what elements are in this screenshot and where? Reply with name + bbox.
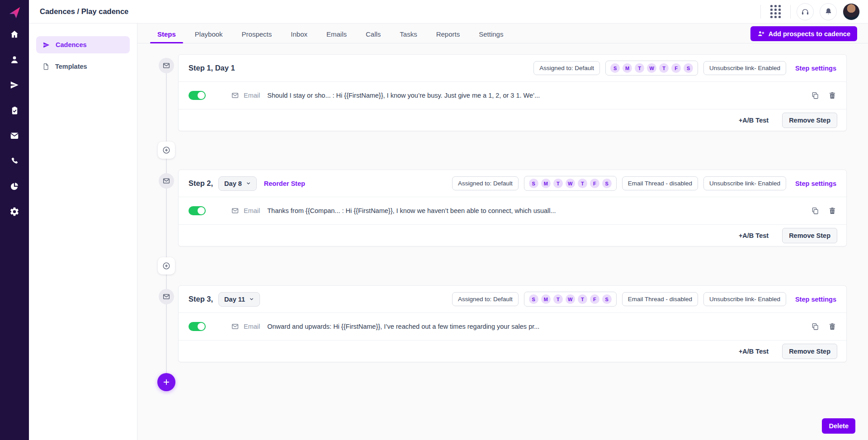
day-chip[interactable]: T — [553, 179, 563, 188]
send-icon — [9, 80, 19, 90]
nav-reports[interactable] — [0, 174, 29, 199]
step-settings-link[interactable]: Step settings — [795, 296, 836, 303]
nav-calls[interactable] — [0, 148, 29, 174]
step-settings-link[interactable]: Step settings — [795, 180, 836, 187]
tasks-clipboard-icon — [10, 106, 19, 115]
nav-contacts[interactable] — [0, 47, 29, 72]
mail-icon — [9, 131, 19, 141]
day-dropdown[interactable]: Day 11 — [218, 292, 260, 307]
day-chip[interactable]: W — [647, 63, 656, 73]
day-chip[interactable]: S — [610, 63, 620, 73]
ab-test-button[interactable]: +A/B Test — [739, 232, 769, 239]
step-header: Step 1, Day 1 Assigned to: Default S M T… — [179, 55, 846, 82]
email-enabled-toggle[interactable] — [189, 206, 206, 215]
email-preview[interactable]: Onward and upwards: Hi {{FirstName}}, I’… — [267, 323, 539, 330]
delete-cadence-button[interactable]: Delete — [822, 418, 855, 434]
avatar[interactable] — [843, 3, 860, 20]
remove-step-button[interactable]: Remove Step — [782, 113, 837, 128]
nav-mail[interactable] — [0, 123, 29, 148]
day-chip[interactable]: M — [541, 294, 551, 304]
headphones-button[interactable] — [797, 3, 814, 20]
step-connector-line — [166, 62, 167, 382]
day-chip[interactable]: S — [529, 294, 538, 304]
step-settings-link[interactable]: Step settings — [795, 65, 836, 72]
email-thread-badge: Email Thread - disabled — [622, 292, 698, 306]
day-chip[interactable]: S — [684, 63, 693, 73]
day-chip[interactable]: T — [659, 63, 669, 73]
day-chip[interactable]: T — [635, 63, 644, 73]
add-prospects-button[interactable]: Add prospects to cadence — [750, 26, 857, 41]
dialpad-icon[interactable] — [767, 5, 784, 18]
app-logo[interactable] — [5, 4, 24, 22]
sidebar-item-templates[interactable]: Templates — [36, 58, 130, 75]
day-dropdown[interactable]: Day 8 — [218, 176, 257, 191]
email-preview[interactable]: Thanks from {{Compan... : Hi {{FirstName… — [267, 207, 556, 214]
day-chip[interactable]: S — [602, 294, 612, 304]
email-enabled-toggle[interactable] — [189, 322, 206, 331]
day-chip[interactable]: T — [578, 294, 587, 304]
mail-icon — [231, 322, 239, 331]
notifications-button[interactable] — [820, 3, 837, 20]
day-chip[interactable]: F — [590, 294, 599, 304]
insert-step-button[interactable] — [158, 257, 175, 274]
phone-icon — [10, 156, 19, 166]
breadcrumb[interactable]: Cadences / Play cadence — [40, 7, 128, 16]
send-icon — [42, 41, 50, 49]
app-icon-rail — [0, 0, 29, 440]
ab-test-button[interactable]: +A/B Test — [739, 117, 769, 124]
step-header: Step 3, Day 11 Assigned to: Default S M … — [179, 286, 846, 313]
step-card: Step 1, Day 1 Assigned to: Default S M T… — [178, 54, 847, 131]
mail-icon — [231, 91, 239, 99]
tab-inbox[interactable]: Inbox — [290, 25, 308, 43]
day-chip[interactable]: M — [541, 179, 551, 188]
step-header: Step 2, Day 8 Reorder Step Assigned to: … — [179, 170, 846, 197]
tab-emails[interactable]: Emails — [326, 25, 348, 43]
divider — [760, 5, 761, 19]
day-chip[interactable]: W — [566, 294, 575, 304]
assigned-badge: Assigned to: Default — [533, 61, 600, 75]
email-enabled-toggle[interactable] — [189, 91, 206, 100]
copy-icon[interactable] — [811, 91, 819, 99]
step-type-mail-marker — [159, 58, 174, 73]
tab-playbook[interactable]: Playbook — [194, 25, 224, 43]
add-step-button[interactable] — [157, 373, 175, 391]
tab-reports[interactable]: Reports — [435, 25, 461, 43]
insert-step-button[interactable] — [158, 142, 175, 159]
email-preview[interactable]: Should I stay or sho... : Hi {{FirstName… — [267, 92, 540, 99]
reorder-step-link[interactable]: Reorder Step — [264, 180, 305, 187]
assigned-badge: Assigned to: Default — [452, 176, 519, 190]
nav-home[interactable] — [0, 22, 29, 47]
day-chip[interactable]: T — [578, 179, 587, 188]
plus-circle-icon — [162, 146, 171, 155]
day-chip[interactable]: M — [623, 63, 632, 73]
tab-settings[interactable]: Settings — [478, 25, 504, 43]
tab-calls[interactable]: Calls — [365, 25, 382, 43]
day-chip[interactable]: T — [553, 294, 563, 304]
trash-icon[interactable] — [828, 322, 836, 331]
day-chip[interactable]: W — [566, 179, 575, 188]
tab-prospects[interactable]: Prospects — [241, 25, 273, 43]
ab-test-button[interactable]: +A/B Test — [739, 348, 769, 355]
step-footer: +A/B Test Remove Step — [179, 109, 846, 131]
copy-icon[interactable] — [811, 207, 819, 215]
nav-cadences[interactable] — [0, 72, 29, 98]
tab-tasks[interactable]: Tasks — [399, 25, 418, 43]
email-type-label: Email — [244, 92, 260, 99]
trash-icon[interactable] — [828, 207, 836, 215]
trash-icon[interactable] — [828, 91, 836, 99]
email-type-label: Email — [244, 207, 260, 214]
day-chip[interactable]: F — [671, 63, 681, 73]
steps-canvas: Step 1, Day 1 Assigned to: Default S M T… — [137, 43, 868, 440]
sidebar-item-cadences[interactable]: Cadences — [36, 36, 130, 53]
tab-steps[interactable]: Steps — [156, 25, 177, 43]
bell-icon — [824, 7, 833, 16]
day-chip[interactable]: F — [590, 179, 599, 188]
nav-settings[interactable] — [0, 199, 29, 224]
day-chip[interactable]: S — [602, 179, 612, 188]
remove-step-button[interactable]: Remove Step — [782, 344, 837, 359]
nav-tasks[interactable] — [0, 98, 29, 123]
day-chip[interactable]: S — [529, 179, 538, 188]
copy-icon[interactable] — [811, 322, 819, 331]
remove-step-button[interactable]: Remove Step — [782, 228, 837, 243]
plus-icon — [162, 378, 170, 386]
